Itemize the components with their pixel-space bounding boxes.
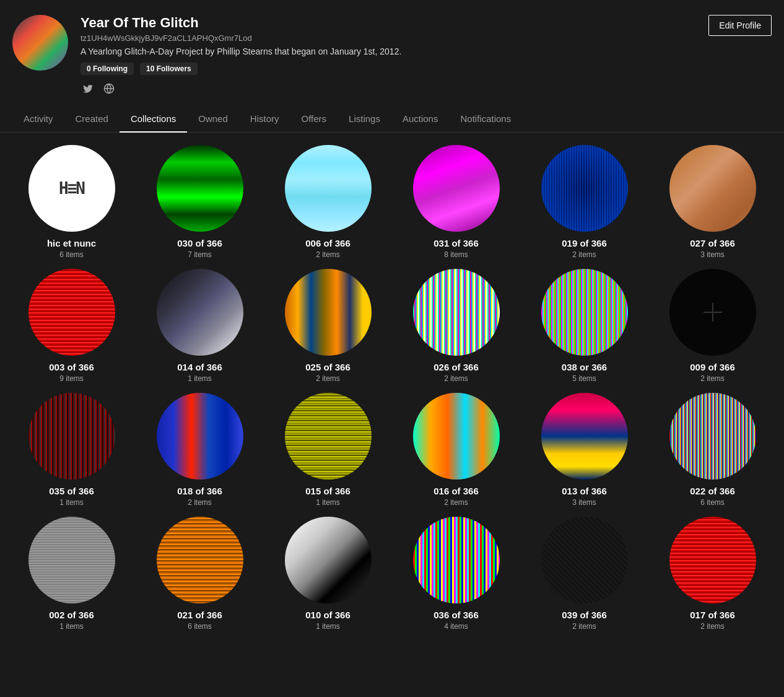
collection-c016[interactable]: 016 of 3662 items (397, 393, 515, 507)
collection-image-c018 (157, 393, 243, 480)
globe-icon[interactable] (102, 81, 116, 96)
collection-title-c019: 019 of 366 (562, 238, 607, 248)
collection-title-c021: 021 of 366 (177, 610, 222, 620)
collection-c026[interactable]: 026 of 3662 items (397, 269, 515, 383)
collection-image-c031 (413, 145, 500, 232)
collection-c018[interactable]: 018 of 3662 items (141, 393, 259, 507)
collection-count-c002: 1 items (59, 622, 84, 631)
collection-image-c019 (541, 145, 628, 232)
collection-image-c016 (413, 393, 500, 480)
collections-grid: H≡Nhic et nunc6 items030 of 3667 items00… (0, 145, 784, 649)
collection-c027[interactable]: 027 of 3663 items (653, 145, 772, 259)
twitter-icon[interactable] (81, 81, 95, 96)
collection-c019[interactable]: 019 of 3662 items (525, 145, 643, 259)
collection-image-c010 (285, 517, 372, 603)
collection-image-c025 (285, 269, 372, 356)
collection-c038[interactable]: 038 or 3665 items (525, 269, 643, 383)
followers-badge[interactable]: 10 Followers (140, 63, 198, 75)
collection-title-c017: 017 of 366 (690, 610, 735, 620)
collection-title-c026: 026 of 366 (433, 362, 479, 372)
collection-count-c009: 2 items (700, 374, 725, 383)
collection-image-c006 (285, 145, 372, 232)
collection-c013[interactable]: 013 of 3663 items (525, 393, 643, 507)
collection-c035[interactable]: 035 of 3661 items (12, 393, 131, 507)
collection-count-c015: 1 items (316, 498, 340, 507)
collection-title-c036: 036 of 366 (433, 610, 479, 620)
collection-image-hic: H≡N (28, 145, 115, 232)
collection-title-c015: 015 of 366 (305, 486, 351, 496)
profile-bio: A Yearlong Glitch-A-Day Project by Phill… (81, 46, 772, 56)
tab-offers[interactable]: Offers (290, 106, 338, 133)
profile-address: tz1UH4wWsGkkjyBJ9vF2aCL1APHQxGmr7Lod (81, 33, 772, 43)
collection-count-c022: 6 items (700, 498, 725, 507)
collection-title-c014: 014 of 366 (177, 362, 222, 372)
collection-hic[interactable]: H≡Nhic et nunc6 items (12, 145, 131, 259)
collection-image-c039 (541, 517, 628, 603)
collection-count-c013: 3 items (572, 498, 596, 507)
collection-image-c017 (669, 517, 756, 603)
collection-count-c036: 4 items (444, 622, 468, 631)
collection-count-c021: 6 items (188, 622, 212, 631)
collection-c003[interactable]: 003 of 3669 items (12, 269, 131, 383)
collection-c031[interactable]: 031 of 3668 items (397, 145, 515, 259)
collection-c036[interactable]: 036 of 3664 items (397, 517, 515, 631)
collection-title-c030: 030 of 366 (177, 238, 222, 248)
collection-count-c039: 2 items (572, 622, 596, 631)
collection-c021[interactable]: 021 of 3666 items (141, 517, 259, 631)
collection-image-c009 (669, 269, 756, 356)
following-badge[interactable]: 0 Following (81, 63, 134, 75)
collection-count-c016: 2 items (444, 498, 468, 507)
collection-c039[interactable]: 039 of 3662 items (525, 517, 643, 631)
collection-c002[interactable]: 002 of 3661 items (12, 517, 131, 631)
edit-profile-button[interactable]: Edit Profile (708, 15, 772, 36)
collection-c006[interactable]: 006 of 3662 items (269, 145, 387, 259)
collection-image-c030 (157, 145, 243, 232)
collection-c030[interactable]: 030 of 3667 items (141, 145, 259, 259)
collection-c025[interactable]: 025 of 3662 items (269, 269, 387, 383)
collection-count-c018: 2 items (188, 498, 212, 507)
collection-image-c036 (413, 517, 500, 603)
collection-title-c031: 031 of 366 (433, 238, 479, 248)
collection-count-c027: 3 items (700, 250, 725, 259)
profile-name: Year Of The Glitch (81, 15, 772, 31)
collection-count-c030: 7 items (188, 250, 212, 259)
collection-title-c013: 013 of 366 (562, 486, 607, 496)
collection-title-c018: 018 of 366 (177, 486, 222, 496)
collection-c022[interactable]: 022 of 3666 items (653, 393, 772, 507)
collection-image-c026 (413, 269, 500, 356)
collection-count-c026: 2 items (444, 374, 468, 383)
follow-stats: 0 Following 10 Followers (81, 63, 772, 75)
tab-notifications[interactable]: Notifications (449, 106, 522, 133)
tab-created[interactable]: Created (64, 106, 120, 133)
profile-info: Year Of The Glitch tz1UH4wWsGkkjyBJ9vF2a… (81, 15, 772, 96)
collection-count-c031: 8 items (444, 250, 468, 259)
collection-count-c038: 5 items (572, 374, 596, 383)
collection-title-c039: 039 of 366 (562, 610, 607, 620)
collection-count-c006: 2 items (316, 250, 340, 259)
collection-title-hic: hic et nunc (47, 238, 96, 248)
tab-bar: ActivityCreatedCollectionsOwnedHistoryOf… (0, 106, 784, 133)
collection-count-c014: 1 items (188, 374, 212, 383)
collection-count-c003: 9 items (59, 374, 84, 383)
avatar (12, 15, 68, 71)
collection-count-c019: 2 items (572, 250, 596, 259)
collection-image-c015 (285, 393, 372, 480)
collection-c015[interactable]: 015 of 3661 items (269, 393, 387, 507)
tab-collections[interactable]: Collections (120, 106, 187, 133)
collection-count-c035: 1 items (59, 498, 84, 507)
collection-c014[interactable]: 014 of 3661 items (141, 269, 259, 383)
collection-image-c022 (669, 393, 756, 480)
collection-title-c002: 002 of 366 (49, 610, 94, 620)
tab-history[interactable]: History (239, 106, 290, 133)
collection-c010[interactable]: 010 of 3661 items (269, 517, 387, 631)
collection-title-c025: 025 of 366 (305, 362, 351, 372)
collection-image-c021 (157, 517, 243, 603)
tab-activity[interactable]: Activity (12, 106, 64, 133)
tab-auctions[interactable]: Auctions (391, 106, 450, 133)
collection-title-c003: 003 of 366 (49, 362, 94, 372)
collection-c017[interactable]: 017 of 3662 items (653, 517, 772, 631)
collection-title-c035: 035 of 366 (49, 486, 94, 496)
tab-listings[interactable]: Listings (338, 106, 391, 133)
collection-c009[interactable]: 009 of 3662 items (653, 269, 772, 383)
tab-owned[interactable]: Owned (187, 106, 239, 133)
